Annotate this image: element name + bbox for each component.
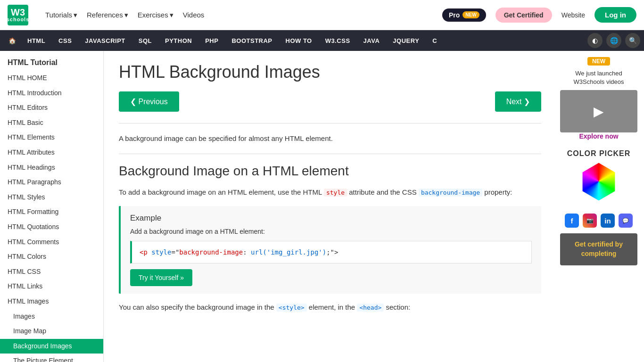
top-nav: W3 schools Tutorials ▾ References ▾ Exer… <box>0 0 644 30</box>
sidebar-item-html-styles[interactable]: HTML Styles <box>0 190 103 205</box>
chevron-down-icon: ▾ <box>74 11 77 19</box>
example-box: Example Add a background image on a HTML… <box>119 206 541 294</box>
globe-icon[interactable]: 🌐 <box>606 33 621 48</box>
nav-sql[interactable]: SQL <box>132 30 158 51</box>
sidebar-item-html-elements[interactable]: HTML Elements <box>0 130 103 145</box>
sidebar-item-html-links[interactable]: HTML Links <box>0 279 103 294</box>
sidebar-item-html-editors[interactable]: HTML Editors <box>0 100 103 115</box>
code-prop: background-image <box>179 248 243 256</box>
sidebar-item-html-colors[interactable]: HTML Colors <box>0 249 103 264</box>
example-label: Example <box>130 214 532 223</box>
bg-image-code-inline: background-image <box>419 189 482 197</box>
sidebar: HTML Tutorial HTML HOME HTML Introductio… <box>0 51 104 362</box>
logo[interactable]: W3 schools <box>8 5 28 25</box>
nav-java[interactable]: JAVA <box>357 30 387 51</box>
nav-buttons: Previous Next <box>119 91 541 112</box>
sidebar-item-html-headings[interactable]: HTML Headings <box>0 160 103 175</box>
social-icons: f 📷 in 💬 <box>560 214 637 228</box>
section1-title: Background Image on a HTML element <box>119 164 541 179</box>
new-tag: NEW <box>462 11 479 18</box>
facebook-icon[interactable]: f <box>565 214 579 228</box>
references-link[interactable]: References ▾ <box>83 9 132 21</box>
intro-text: A background image can be specified for … <box>119 133 541 144</box>
nav-bootstrap[interactable]: BOOTSTRAP <box>225 30 279 51</box>
sidebar-item-html-images[interactable]: HTML Images <box>0 294 103 309</box>
search-icon[interactable]: 🔍 <box>625 33 640 48</box>
sidebar-item-html-home[interactable]: HTML HOME <box>0 71 103 86</box>
section1-body: To add a background image on an HTML ele… <box>119 186 541 198</box>
exercises-link[interactable]: Exercises ▾ <box>134 9 177 21</box>
nav-css[interactable]: CSS <box>52 30 78 51</box>
sidebar-title: HTML Tutorial <box>0 51 103 71</box>
page-layout: HTML Tutorial HTML HOME HTML Introductio… <box>0 51 644 362</box>
nav-jquery[interactable]: JQUERY <box>386 30 426 51</box>
try-it-yourself-button[interactable]: Try it Yourself » <box>130 269 192 286</box>
new-badge: NEW <box>587 57 610 66</box>
sidebar-item-html-css[interactable]: HTML CSS <box>0 264 103 280</box>
chevron-down-icon: ▾ <box>170 11 173 19</box>
sidebar-item-html-attributes[interactable]: HTML Attributes <box>0 145 103 160</box>
code-block: <p style="background-image: url('img_gir… <box>130 241 532 263</box>
prev-button[interactable]: Previous <box>119 91 179 112</box>
tutorials-link[interactable]: Tutorials ▾ <box>41 9 81 21</box>
linkedin-icon[interactable]: in <box>601 214 615 228</box>
videos-link[interactable]: Videos <box>179 9 208 21</box>
nav-javascript[interactable]: JAVASCRIPT <box>78 30 132 51</box>
divider1 <box>119 123 541 123</box>
video-inner: ▶ <box>560 90 637 132</box>
sidebar-item-html-paragraphs[interactable]: HTML Paragraphs <box>0 175 103 190</box>
code-attr: style <box>151 248 171 256</box>
example-desc: Add a background image on a HTML element… <box>130 228 532 235</box>
sidebar-item-picture-element[interactable]: The Picture Element <box>0 354 103 362</box>
color-wheel[interactable] <box>580 163 618 200</box>
cert-promo-box: Get certified by completing <box>560 233 637 265</box>
sidebar-item-html-basic[interactable]: HTML Basic <box>0 115 103 131</box>
theme-toggle-icon[interactable]: ◐ <box>587 33 603 48</box>
sidebar-item-images[interactable]: Images <box>0 309 103 324</box>
code-tag-open: <p <box>140 248 151 256</box>
website-link[interactable]: Website <box>561 11 585 19</box>
main-content: HTML Background Images Previous Next A b… <box>104 51 556 362</box>
next-button[interactable]: Next <box>495 91 541 112</box>
cert-promo-text: Get certified by completing <box>565 240 633 258</box>
divider2 <box>119 154 541 154</box>
style-code-inline: style <box>324 189 347 197</box>
instagram-icon[interactable]: 📷 <box>583 214 597 228</box>
nav-w3css[interactable]: W3.CSS <box>319 30 357 51</box>
logo-schools-text: schools <box>7 17 30 22</box>
nav-c[interactable]: C <box>426 30 444 51</box>
sidebar-item-image-map[interactable]: Image Map <box>0 324 103 339</box>
head-tag-inline: <head> <box>357 304 384 312</box>
get-certified-button[interactable]: Get Certified <box>495 8 552 23</box>
secondary-nav: 🏠 HTML CSS JAVASCRIPT SQL PYTHON PHP BOO… <box>0 30 644 51</box>
page-title: HTML Background Images <box>119 62 541 82</box>
code-url: url('img_girl.jpg') <box>251 248 326 256</box>
nav-html[interactable]: HTML <box>21 30 52 51</box>
pro-badge[interactable]: Pro NEW <box>442 8 486 22</box>
promo-box: NEW We just launched W3Schools videos ▶ … <box>560 57 637 140</box>
sec-nav-right: ◐ 🌐 🔍 <box>587 33 640 48</box>
nav-python[interactable]: PYTHON <box>158 30 198 51</box>
nav-php[interactable]: PHP <box>198 30 225 51</box>
sidebar-item-html-comments[interactable]: HTML Comments <box>0 235 103 250</box>
color-picker-section: COLOR PICKER <box>560 146 637 208</box>
nav-howto[interactable]: HOW TO <box>279 30 319 51</box>
logo-w3-text: W3 <box>11 8 25 17</box>
promo-video-thumb[interactable]: ▶ <box>560 90 637 132</box>
sidebar-item-html-intro[interactable]: HTML Introduction <box>0 86 103 101</box>
color-picker-title: COLOR PICKER <box>560 149 637 158</box>
sidebar-item-html-formatting[interactable]: HTML Formatting <box>0 205 103 220</box>
bottom-text: You can also specify the background imag… <box>119 301 541 313</box>
style-tag-inline: <style> <box>276 304 307 312</box>
play-icon: ▶ <box>594 104 604 119</box>
w3-logo: W3 schools <box>8 5 28 25</box>
home-nav-item[interactable]: 🏠 <box>4 30 21 51</box>
login-button[interactable]: Log in <box>594 7 636 23</box>
right-sidebar: NEW We just launched W3Schools videos ▶ … <box>556 51 641 362</box>
discord-icon[interactable]: 💬 <box>619 214 633 228</box>
top-nav-links: Tutorials ▾ References ▾ Exercises ▾ Vid… <box>41 9 208 21</box>
sidebar-item-html-quotations[interactable]: HTML Quotations <box>0 220 103 235</box>
sidebar-item-background-images[interactable]: Background Images <box>0 339 103 354</box>
explore-link[interactable]: Explore now <box>560 132 637 140</box>
promo-text: We just launched W3Schools videos <box>560 69 637 86</box>
